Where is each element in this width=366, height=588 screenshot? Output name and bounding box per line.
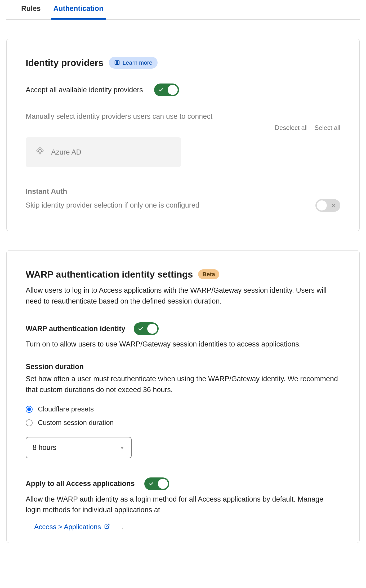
identity-providers-title: Identity providers <box>26 56 104 70</box>
tab-rules[interactable]: Rules <box>21 0 41 19</box>
tabs: Rules Authentication <box>6 0 360 20</box>
radio-presets[interactable]: Cloudflare presets <box>26 402 340 416</box>
svg-marker-6 <box>121 447 123 449</box>
instant-auth-title: Instant Auth <box>26 186 340 197</box>
book-icon <box>114 60 120 66</box>
access-applications-link[interactable]: Access > Applications <box>26 522 110 532</box>
apply-all-label: Apply to all Access applications <box>26 478 135 489</box>
session-duration-desc: Set how often a user must reauthenticate… <box>26 374 340 395</box>
diamond-grid-icon <box>36 147 44 157</box>
link-text: Access > Applications <box>34 522 101 532</box>
svg-rect-0 <box>39 147 41 150</box>
instant-auth-toggle[interactable] <box>315 199 340 212</box>
apply-all-toggle[interactable] <box>144 477 169 490</box>
manual-select-label: Manually select identity providers users… <box>26 111 340 122</box>
check-icon <box>149 481 154 486</box>
radio-presets-label: Cloudflare presets <box>38 404 94 414</box>
warp-title: WARP authentication identity settings <box>26 267 193 282</box>
session-duration-value: 8 hours <box>33 442 56 453</box>
session-radio-group: Cloudflare presets Custom session durati… <box>26 402 340 429</box>
period: . <box>121 523 123 530</box>
warp-auth-toggle[interactable] <box>134 322 159 335</box>
learn-more-button[interactable]: Learn more <box>109 57 158 69</box>
learn-more-label: Learn more <box>123 58 153 67</box>
deselect-all-button[interactable]: Deselect all <box>275 123 308 133</box>
x-icon <box>331 203 336 208</box>
radio-icon <box>26 419 33 426</box>
warp-toggle-desc: Turn on to allow users to use WARP/Gatew… <box>26 339 340 350</box>
accept-all-toggle[interactable] <box>154 84 179 96</box>
warp-settings-card: WARP authentication identity settings Be… <box>6 250 360 543</box>
external-link-icon <box>104 522 110 532</box>
radio-icon <box>26 406 33 413</box>
identity-providers-card: Identity providers Learn more Accept all… <box>6 39 360 231</box>
provider-item-azure-ad[interactable]: Azure AD <box>26 137 181 167</box>
accept-all-label: Accept all available identity providers <box>26 85 143 95</box>
svg-rect-3 <box>39 152 41 154</box>
provider-label: Azure AD <box>51 147 81 158</box>
warp-toggle-label: WARP authentication identity <box>26 323 125 334</box>
svg-line-7 <box>106 524 109 526</box>
warp-description: Allow users to log in to Access applicat… <box>26 285 340 306</box>
session-duration-select[interactable]: 8 hours <box>26 437 132 458</box>
tab-authentication[interactable]: Authentication <box>53 0 104 19</box>
beta-badge: Beta <box>198 269 219 279</box>
select-all-button[interactable]: Select all <box>315 123 340 133</box>
instant-auth-desc: Skip identity provider selection if only… <box>26 200 199 211</box>
apply-all-desc: Allow the WARP auth identity as a login … <box>26 494 340 515</box>
svg-rect-1 <box>37 150 39 152</box>
check-icon <box>158 87 164 93</box>
caret-down-icon <box>119 442 125 453</box>
session-duration-title: Session duration <box>26 361 340 372</box>
svg-rect-2 <box>41 150 43 152</box>
radio-custom[interactable]: Custom session duration <box>26 416 340 429</box>
radio-custom-label: Custom session duration <box>38 418 114 428</box>
check-icon <box>138 326 143 331</box>
